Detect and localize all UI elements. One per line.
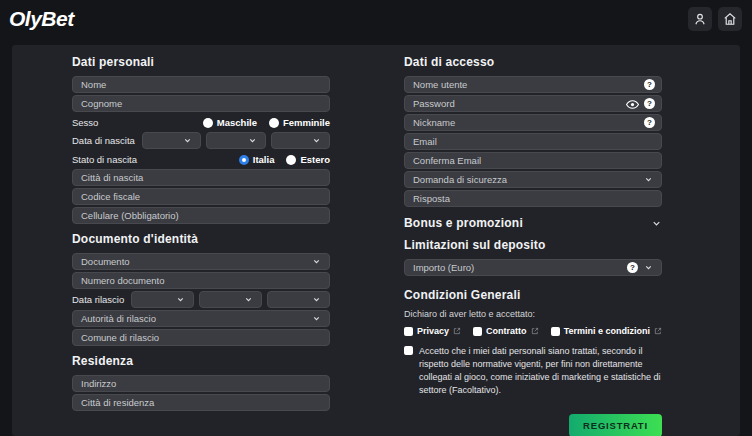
dob-year-select[interactable] [271, 132, 330, 149]
rilascio-month-select[interactable] [199, 291, 262, 308]
header-actions [688, 7, 742, 31]
top-bar: OlyBet [0, 0, 752, 38]
stato-nascita-row: Stato di nascita Italia Estero [72, 152, 330, 167]
section-title-condizioni: Condizioni Generali [404, 288, 662, 302]
rilascio-year-select[interactable] [267, 291, 330, 308]
account-button[interactable] [688, 7, 712, 31]
citta-nascita-input[interactable] [72, 169, 330, 186]
checkbox-unchecked-icon [551, 327, 560, 336]
sesso-label: Sesso [72, 117, 98, 128]
checkbox-unchecked-icon [404, 327, 413, 336]
section-title-documento: Documento d'identità [72, 232, 330, 246]
chevron-down-icon [312, 314, 321, 323]
right-column: Dati di accesso ? ? ? Domanda di sicurez… [404, 55, 662, 420]
register-button[interactable]: REGISTRATI [569, 414, 662, 436]
nome-input[interactable] [72, 76, 330, 93]
chevron-down-icon [244, 295, 253, 304]
section-title-dati-personali: Dati personali [72, 55, 330, 69]
section-title-bonus: Bonus e promozioni [404, 216, 523, 230]
domanda-sicurezza-select[interactable]: Domanda di sicurezza [404, 171, 662, 188]
data-rilascio-label: Data rilascio [72, 294, 124, 305]
radio-estero[interactable]: Estero [286, 154, 330, 165]
chevron-down-icon [312, 295, 321, 304]
external-link-icon[interactable] [531, 327, 539, 335]
rilascio-day-select[interactable] [131, 291, 194, 308]
radio-unchecked-icon [203, 118, 213, 128]
section-title-dati-accesso: Dati di accesso [404, 55, 662, 69]
cognome-input[interactable] [72, 95, 330, 112]
password-input[interactable] [404, 95, 662, 112]
stato-radio-group: Italia Estero [239, 154, 330, 165]
radio-femminile[interactable]: Femminile [269, 117, 330, 128]
consent-text: Accetto che i miei dati personali siano … [419, 345, 662, 397]
conferma-email-input[interactable] [404, 152, 662, 169]
olybet-logo[interactable]: OlyBet [9, 7, 74, 31]
contratto-checkbox[interactable]: Contratto [473, 326, 539, 336]
indirizzo-input[interactable] [72, 375, 330, 392]
data-nascita-row: Data di nascita [72, 132, 330, 149]
marketing-consent[interactable]: Accetto che i miei dati personali siano … [404, 345, 662, 397]
sesso-radio-group: Maschile Femminile [203, 117, 330, 128]
dob-month-select[interactable] [206, 132, 265, 149]
importo-euro-select[interactable]: Importo (Euro) ? [404, 259, 662, 276]
radio-checked-icon [239, 155, 249, 165]
section-title-residenza: Residenza [72, 354, 330, 368]
help-icon[interactable]: ? [644, 79, 655, 90]
radio-italia[interactable]: Italia [239, 154, 275, 165]
risposta-input[interactable] [404, 190, 662, 207]
eye-icon [626, 98, 639, 111]
stato-nascita-label: Stato di nascita [72, 154, 137, 165]
chevron-down-icon [183, 136, 192, 145]
data-rilascio-row: Data rilascio [72, 291, 330, 308]
termini-checkbox[interactable]: Termini e condizioni [551, 326, 662, 336]
show-password-toggle[interactable] [626, 97, 639, 110]
chevron-down-icon [176, 295, 185, 304]
section-title-limitazioni: Limitazioni sul deposito [404, 238, 662, 252]
checkbox-unchecked-icon [473, 327, 482, 336]
registration-form-panel: Dati personali Sesso Maschile Femminile … [12, 45, 740, 436]
nickname-input[interactable] [404, 114, 662, 131]
citta-residenza-input[interactable] [72, 394, 330, 411]
chevron-down-icon [312, 257, 321, 266]
user-icon [693, 12, 707, 26]
conditions-checkbox-row: Privacy Contratto Termini e condizioni [404, 326, 662, 336]
radio-unchecked-icon [269, 118, 279, 128]
help-icon[interactable]: ? [644, 117, 655, 128]
chevron-down-icon [651, 218, 662, 229]
checkbox-unchecked-icon [404, 346, 413, 355]
autorita-rilascio-select[interactable]: Autorità di rilascio [72, 310, 330, 327]
cellulare-input[interactable] [72, 207, 330, 224]
radio-maschile[interactable]: Maschile [203, 117, 257, 128]
codice-fiscale-input[interactable] [72, 188, 330, 205]
chevron-down-icon [644, 263, 653, 272]
submit-row: REGISTRATI [404, 414, 662, 436]
home-button[interactable] [718, 7, 742, 31]
dob-day-select[interactable] [142, 132, 201, 149]
external-link-icon[interactable] [453, 327, 461, 335]
documento-select[interactable]: Documento [72, 253, 330, 270]
chevron-down-icon [312, 136, 321, 145]
comune-rilascio-input[interactable] [72, 329, 330, 346]
nome-utente-input[interactable] [404, 76, 662, 93]
radio-unchecked-icon [286, 155, 296, 165]
privacy-checkbox[interactable]: Privacy [404, 326, 461, 336]
sesso-row: Sesso Maschile Femminile [72, 115, 330, 130]
left-column: Dati personali Sesso Maschile Femminile … [72, 55, 330, 420]
home-icon [723, 12, 737, 26]
help-icon[interactable]: ? [644, 98, 655, 109]
numero-documento-input[interactable] [72, 272, 330, 289]
chevron-down-icon [644, 175, 653, 184]
external-link-icon[interactable] [654, 327, 662, 335]
bonus-promozioni-toggle[interactable]: Bonus e promozioni [404, 216, 662, 230]
help-icon[interactable]: ? [627, 262, 638, 273]
conditions-intro: Dichiaro di aver letto e accettato: [404, 309, 662, 319]
data-nascita-label: Data di nascita [72, 135, 135, 146]
chevron-down-icon [248, 136, 257, 145]
email-input[interactable] [404, 133, 662, 150]
